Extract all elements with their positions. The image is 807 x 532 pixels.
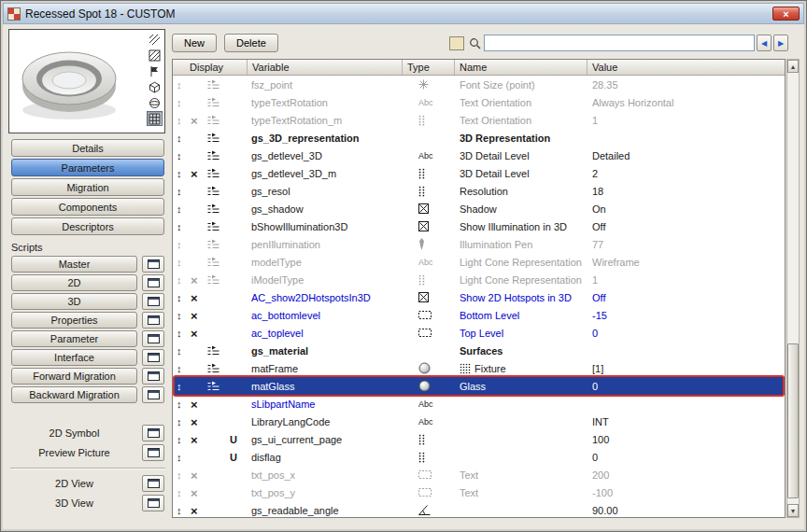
value-cell[interactable]: Wireframe	[588, 253, 785, 271]
value-cell[interactable]: Always Horizontal	[588, 93, 785, 111]
display-list-icon[interactable]	[207, 168, 219, 178]
table-row[interactable]: ↕Udisflag0	[173, 448, 785, 466]
display-list-icon[interactable]	[207, 274, 219, 285]
sidebar-item-descriptors[interactable]: Descriptors	[11, 217, 164, 235]
table-row[interactable]: ↕gs_shadowShadowOn	[173, 200, 785, 217]
table-row[interactable]: ↕bShowIllumination3DShow Illumination in…	[173, 217, 785, 235]
reorder-updown-icon[interactable]: ↕	[177, 363, 182, 374]
value-cell[interactable]: 0	[588, 377, 785, 395]
script-button-3d[interactable]: 3D	[11, 293, 137, 310]
delete-button[interactable]: Delete	[224, 34, 278, 52]
reorder-updown-icon[interactable]: ↕	[177, 79, 182, 91]
table-row[interactable]: ↕×ac_bottomlevelBottom Level-15	[173, 306, 785, 324]
sphere-icon[interactable]	[147, 95, 163, 110]
display-list-icon[interactable]	[207, 381, 219, 391]
script-button-master[interactable]: Master	[11, 256, 137, 273]
table-row[interactable]: ↕matFrameFixture[1]	[173, 359, 785, 377]
reorder-updown-icon[interactable]: ↕	[177, 487, 182, 498]
column-header-type[interactable]: Type	[403, 60, 455, 75]
open-window-button-3d-view[interactable]	[142, 495, 164, 511]
hatch-square-icon[interactable]	[147, 48, 163, 63]
open-window-button-2d-view[interactable]	[142, 475, 164, 492]
value-cell[interactable]: 90.00	[588, 501, 785, 517]
reorder-updown-icon[interactable]: ↕	[177, 292, 182, 303]
sidebar-item-details[interactable]: Details	[11, 139, 164, 157]
value-cell[interactable]	[588, 342, 785, 359]
value-cell[interactable]: -15	[588, 306, 785, 324]
reorder-updown-icon[interactable]: ↕	[177, 310, 182, 321]
open-window-button-properties[interactable]	[142, 312, 164, 329]
script-button-2d[interactable]: 2D	[11, 274, 137, 291]
column-header-value[interactable]: Value	[588, 60, 785, 75]
next-page-button[interactable]: ▶	[773, 35, 788, 51]
reorder-updown-icon[interactable]: ↕	[177, 115, 182, 126]
table-row[interactable]: ↕×sLibpartNameAbc	[173, 395, 785, 413]
value-cell[interactable]: 100	[588, 430, 785, 448]
value-cell[interactable]: Detailed	[588, 147, 785, 164]
display-list-icon[interactable]	[207, 133, 219, 143]
display-list-icon[interactable]	[207, 79, 219, 90]
sidebar-item-parameters[interactable]: Parameters	[11, 159, 164, 176]
value-cell[interactable]: 28.35	[588, 76, 785, 93]
table-row[interactable]: ↕×txt_pos_yText-100	[173, 483, 785, 501]
reorder-updown-icon[interactable]: ↕	[177, 505, 182, 516]
column-header-name[interactable]: Name	[455, 60, 588, 75]
hidden-x-icon[interactable]: ×	[191, 168, 198, 178]
display-list-icon[interactable]	[207, 115, 219, 125]
hidden-x-icon[interactable]: ×	[191, 505, 198, 515]
value-cell[interactable]: 77	[588, 235, 785, 253]
script-button-interface[interactable]: Interface	[11, 349, 137, 366]
value-cell[interactable]: 0	[588, 324, 785, 342]
reorder-updown-icon[interactable]: ↕	[177, 452, 182, 463]
open-window-button-interface[interactable]	[142, 349, 164, 366]
value-cell[interactable]: 2	[588, 164, 785, 182]
scrollbar-thumb[interactable]	[787, 343, 799, 499]
display-list-icon[interactable]	[207, 345, 219, 356]
display-list-icon[interactable]	[207, 186, 219, 196]
hidden-x-icon[interactable]: ×	[191, 487, 198, 497]
box-icon[interactable]	[147, 79, 163, 94]
display-list-icon[interactable]	[207, 97, 219, 107]
vertical-scrollbar[interactable]: ▲ ▼	[786, 59, 800, 518]
grid-icon[interactable]	[147, 111, 163, 126]
value-cell[interactable]: 200	[588, 466, 785, 483]
value-cell[interactable]: [1]	[588, 359, 785, 377]
value-cell[interactable]: 1	[588, 271, 785, 288]
open-window-button-forward-migration[interactable]	[142, 368, 164, 385]
prev-page-button[interactable]: ◀	[757, 35, 772, 51]
table-row[interactable]: ↕×LibraryLangCodeAbcINT	[173, 413, 785, 430]
table-row[interactable]: ↕×AC_show2DHotspotsIn3DShow 2D Hotspots …	[173, 288, 785, 306]
value-cell[interactable]: Off	[588, 288, 785, 306]
reorder-updown-icon[interactable]: ↕	[177, 150, 182, 161]
table-row[interactable]: ↕modelTypeAbcLight Cone RepresentationWi…	[173, 253, 785, 271]
value-cell[interactable]: On	[588, 200, 785, 217]
value-cell[interactable]: -100	[588, 483, 785, 501]
value-cell[interactable]: 1	[588, 111, 785, 129]
column-header-variable[interactable]: Variable	[248, 60, 403, 75]
open-window-button-2d-symbol[interactable]	[142, 425, 164, 441]
table-row[interactable]: ↕×ac_toplevelTop Level0	[173, 324, 785, 342]
reorder-updown-icon[interactable]: ↕	[177, 239, 182, 250]
table-row[interactable]: ↕fsz_pointFont Size (point)28.35	[173, 76, 785, 93]
reorder-updown-icon[interactable]: ↕	[177, 381, 182, 392]
script-button-parameter[interactable]: Parameter	[11, 330, 137, 347]
script-button-backward-migration[interactable]: Backward Migration	[11, 386, 137, 403]
table-row[interactable]: ↕×gs_detlevel_3D_m3D Detail Level2	[173, 164, 785, 182]
display-list-icon[interactable]	[207, 239, 219, 249]
reorder-updown-icon[interactable]: ↕	[177, 328, 182, 339]
value-cell[interactable]: 0	[588, 448, 785, 466]
open-window-button-2d[interactable]	[142, 274, 164, 291]
reorder-updown-icon[interactable]: ↕	[177, 203, 182, 215]
reorder-updown-icon[interactable]: ↕	[177, 434, 182, 445]
flag-icon[interactable]	[147, 63, 163, 78]
value-cell[interactable]	[588, 395, 785, 413]
reorder-updown-icon[interactable]: ↕	[177, 399, 182, 410]
scroll-down-icon[interactable]: ▼	[787, 504, 799, 517]
display-list-icon[interactable]	[207, 150, 219, 161]
script-button-properties[interactable]: Properties	[11, 312, 137, 329]
table-row[interactable]: ↕gs_materialSurfaces	[173, 342, 785, 359]
value-cell[interactable]	[588, 129, 785, 147]
display-list-icon[interactable]	[207, 203, 219, 214]
reorder-updown-icon[interactable]: ↕	[177, 133, 182, 144]
table-row[interactable]: ↕penIlluminationIllumination Pen77	[173, 235, 785, 253]
